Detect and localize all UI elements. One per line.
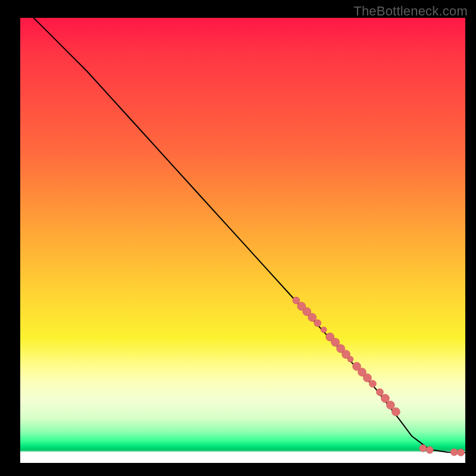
data-marker [314,320,321,327]
data-marker [376,389,383,396]
data-marker [450,449,458,456]
data-marker [392,408,400,416]
markers-group [293,297,465,456]
data-marker [458,449,465,456]
data-marker [386,401,394,409]
data-marker [369,380,376,387]
data-marker [419,444,427,452]
data-marker [308,313,317,321]
chart-frame: TheBottleneck.com [0,0,476,476]
data-marker [426,446,433,453]
data-marker [321,327,327,333]
chart-svg [20,18,465,463]
watermark-label: TheBottleneck.com [353,4,468,19]
plot-area [20,18,465,463]
data-marker [347,356,353,362]
curve-line [33,18,465,453]
data-marker [381,394,389,403]
data-marker [363,374,371,382]
